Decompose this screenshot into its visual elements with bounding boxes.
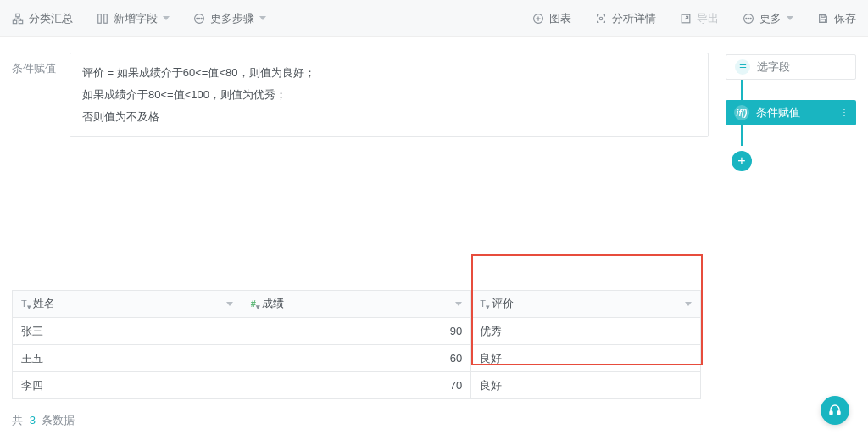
cell-name[interactable]: 王五 [13, 345, 242, 372]
toolbar-newfield-label: 新增字段 [114, 11, 158, 26]
toolbar-right: 图表 分析详情 导出 更多 保存 [532, 11, 856, 26]
column-header-score[interactable]: #▾成绩 [242, 291, 471, 318]
condition-box[interactable]: 评价 = 如果成绩介于60<=值<80，则值为良好； 如果成绩介于80<=值<1… [70, 53, 709, 137]
condition-row: 条件赋值 评价 = 如果成绩介于60<=值<80，则值为良好； 如果成绩介于80… [12, 53, 709, 137]
text-type-icon: T▾ [21, 298, 31, 309]
cell-name[interactable]: 李四 [13, 372, 242, 399]
condition-line: 否则值为不及格 [82, 106, 696, 128]
step-condition-label: 条件赋值 [756, 105, 800, 120]
add-step-button[interactable]: + [732, 151, 752, 171]
toolbar-left: 分类汇总 新增字段 更多步骤 [12, 11, 266, 26]
text-type-icon: T▾ [480, 298, 490, 309]
footer-count: 3 [30, 414, 36, 426]
caret-down-icon [685, 302, 692, 306]
caret-down-icon [455, 302, 462, 306]
table-header-row: T▾姓名 #▾成绩 T▾评价 [13, 291, 701, 318]
svg-point-14 [748, 18, 748, 19]
hierarchy-icon [12, 13, 24, 25]
svg-point-10 [599, 17, 603, 20]
svg-point-6 [197, 18, 198, 19]
condition-line: 评价 = 如果成绩介于60<=值<80，则值为良好； [82, 62, 696, 84]
footer-prefix: 共 [12, 414, 23, 426]
toolbar-detail[interactable]: 分析详情 [595, 11, 656, 26]
side-panel: ☰ 选字段 if() 条件赋值 ⋮ + [726, 53, 856, 171]
svg-rect-16 [821, 19, 825, 22]
cell-score[interactable]: 90 [242, 318, 471, 345]
step-select-label: 选字段 [757, 59, 790, 75]
svg-rect-17 [821, 14, 825, 17]
caret-down-icon [163, 16, 170, 20]
cell-name[interactable]: 张三 [13, 318, 242, 345]
footer-suffix: 条数据 [42, 414, 75, 426]
data-table: T▾姓名 #▾成绩 T▾评价 张三90优秀 王五60良好 李四70良好 [12, 290, 701, 399]
caret-down-icon [787, 16, 793, 20]
number-type-icon: #▾ [251, 298, 260, 309]
toolbar-save[interactable]: 保存 [817, 11, 856, 26]
toolbar-export-label: 导出 [697, 11, 719, 26]
step-connector [741, 80, 743, 100]
toolbar-moresteps-label: 更多步骤 [210, 11, 254, 26]
table-row: 王五60良好 [13, 345, 701, 372]
svg-rect-2 [19, 20, 22, 24]
caret-down-icon [226, 302, 233, 306]
save-icon [817, 13, 829, 25]
toolbar-export: 导出 [680, 11, 719, 26]
condition-label: 条件赋值 [12, 53, 59, 76]
column-header-rating[interactable]: T▾评价 [471, 291, 701, 318]
cell-rating[interactable]: 良好 [471, 372, 701, 399]
svg-point-8 [201, 18, 202, 19]
step-condition[interactable]: if() 条件赋值 ⋮ [726, 100, 856, 125]
cell-score[interactable]: 70 [242, 372, 471, 399]
toolbar-newfield[interactable]: 新增字段 [97, 11, 170, 26]
cell-rating[interactable]: 良好 [471, 345, 701, 372]
caret-down-icon [259, 16, 266, 20]
table-wrap: T▾姓名 #▾成绩 T▾评价 张三90优秀 王五60良好 李四70良好 [12, 290, 856, 399]
toolbar-chart-label: 图表 [549, 11, 571, 26]
footer: 共 3 条数据 [12, 413, 75, 428]
cell-rating[interactable]: 优秀 [471, 318, 701, 345]
toolbar: 分类汇总 新增字段 更多步骤 图表 分析详情 导出 更多 [0, 0, 868, 37]
ellipsis-circle-icon [743, 13, 754, 25]
svg-point-15 [750, 18, 751, 19]
toolbar-save-label: 保存 [834, 11, 856, 26]
table-body: 张三90优秀 王五60良好 李四70良好 [13, 318, 701, 399]
headset-icon [828, 404, 842, 417]
toolbar-detail-label: 分析详情 [612, 11, 656, 26]
toolbar-more-label: 更多 [760, 11, 782, 26]
kebab-icon[interactable]: ⋮ [840, 109, 849, 116]
column-header-name[interactable]: T▾姓名 [13, 291, 242, 318]
export-icon [680, 13, 692, 25]
svg-rect-4 [104, 14, 108, 23]
column-icon [97, 13, 108, 25]
toolbar-more[interactable]: 更多 [743, 11, 793, 26]
svg-point-7 [198, 18, 199, 19]
condition-line: 如果成绩介于80<=值<100，则值为优秀； [82, 84, 696, 106]
svg-rect-18 [830, 411, 832, 415]
svg-point-13 [746, 18, 747, 19]
svg-rect-0 [16, 14, 19, 17]
ellipsis-circle-icon [193, 13, 205, 25]
step-connector [741, 125, 743, 146]
table-row: 张三90优秀 [13, 318, 701, 345]
toolbar-category-label: 分类汇总 [29, 11, 73, 26]
svg-rect-3 [98, 14, 102, 23]
content: 条件赋值 评价 = 如果成绩介于60<=值<80，则值为良好； 如果成绩介于80… [0, 37, 868, 171]
toolbar-chart[interactable]: 图表 [532, 11, 571, 26]
toolbar-moresteps[interactable]: 更多步骤 [193, 11, 266, 26]
cell-score[interactable]: 60 [242, 345, 471, 372]
svg-rect-1 [13, 20, 16, 24]
step-select-fields[interactable]: ☰ 选字段 [726, 54, 856, 80]
scan-icon [595, 13, 607, 25]
help-fab[interactable] [821, 396, 849, 425]
toolbar-category[interactable]: 分类汇总 [12, 11, 73, 26]
list-icon: ☰ [735, 59, 750, 75]
svg-rect-19 [837, 411, 840, 415]
table-row: 李四70良好 [13, 372, 701, 399]
if-icon: if() [734, 105, 749, 120]
main-panel: 条件赋值 评价 = 如果成绩介于60<=值<80，则值为良好； 如果成绩介于80… [12, 53, 709, 171]
plus-circle-icon [532, 13, 544, 25]
